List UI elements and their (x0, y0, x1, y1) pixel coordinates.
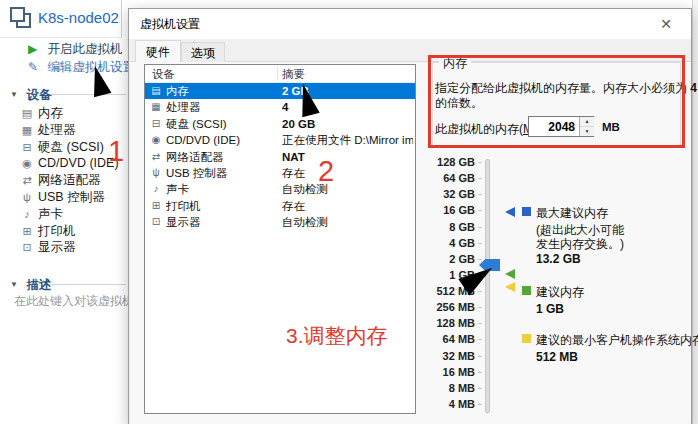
edit-icon: ✎ (28, 60, 44, 74)
table-row[interactable]: ⊡显示器自动检测 (145, 214, 415, 230)
sidebar-device-list: ▤内存▦处理器⊟硬盘 (SCSI)◉CD/DVD (IDE)⇄网络适配器ψUSB… (0, 105, 127, 256)
sidebar-device-label: 声卡 (38, 206, 63, 223)
vmware-workstation-window: K8s-node02 ▶ 开启此虚拟机 ✎ 编辑虚拟机设置 ▼ 设备 ▤内存▦处… (0, 0, 698, 424)
device-summary-cell: 2 GB (282, 83, 413, 99)
sidebar-device-label: CD/DVD (IDE) (38, 155, 119, 172)
memory-scale-label: 8 MB (429, 380, 475, 396)
sidebar-description-header[interactable]: ▼ 描述 (10, 277, 51, 294)
device-name-cell: 声卡 (166, 181, 189, 197)
device-table: 设备 摘要 ▤内存2 GB▦处理器4⊟硬盘 (SCSI)20 GB◉CD/DVD… (144, 64, 416, 414)
processor-icon: ▦ (20, 122, 34, 139)
network-icon: ⇄ (149, 149, 163, 165)
sidebar-device-item[interactable]: ⊞打印机 (0, 223, 127, 240)
memory-scale-label: 16 MB (429, 364, 475, 380)
minimum-memory-legend-swatch (522, 334, 531, 343)
dialog-titlebar[interactable]: 虚拟机设置 ✕ (129, 9, 691, 39)
device-summary-cell: 4 (282, 99, 413, 115)
tab-options[interactable]: 选项 (181, 42, 225, 62)
memory-unit-label: MB (602, 121, 620, 133)
sidebar-devices-header[interactable]: ▼ 设备 (10, 87, 51, 104)
memory-icon: ▤ (149, 83, 163, 99)
sidebar-device-label: 内存 (38, 105, 63, 122)
dialog-title: 虚拟机设置 (140, 16, 200, 33)
sidebar-device-label: 硬盘 (SCSI) (38, 139, 104, 156)
table-row[interactable]: ◉CD/DVD (IDE)正在使用文件 D:\Mirror image\... (145, 132, 415, 148)
max-memory-legend-title: 最大建议内存 (536, 205, 608, 222)
minimum-memory-legend-title: 建议的最小客户机操作系统内存 (536, 332, 698, 349)
printer-icon: ⊞ (149, 198, 163, 214)
device-table-header: 设备 摘要 (145, 65, 415, 83)
memory-scale-label: 1 GB (429, 267, 475, 283)
memory-icon: ▤ (20, 105, 34, 122)
spin-down-button[interactable]: ▼ (580, 127, 594, 137)
device-summary-cell: NAT (282, 149, 413, 165)
display-icon: ⊡ (149, 214, 163, 230)
spin-up-button[interactable]: ▲ (580, 117, 594, 127)
sidebar-device-item[interactable]: ⇄网络适配器 (0, 172, 127, 189)
memory-scale-label: 32 GB (429, 186, 475, 202)
memory-scale-label: 512 MB (429, 283, 475, 299)
sidebar-device-item[interactable]: ▤内存 (0, 105, 127, 122)
table-row[interactable]: ψUSB 控制器存在 (145, 165, 415, 181)
table-row[interactable]: ▤内存2 GB (145, 83, 415, 99)
virtual-machine-icon (10, 7, 34, 31)
sidebar-device-item[interactable]: ▦处理器 (0, 122, 127, 139)
play-icon: ▶ (28, 42, 44, 56)
memory-group-title: 内存 (439, 55, 471, 72)
minimum-memory-legend-value: 512 MB (536, 350, 578, 364)
table-row[interactable]: ▦处理器4 (145, 99, 415, 115)
recommended-memory-legend-title: 建议内存 (536, 284, 584, 301)
sidebar-device-item[interactable]: ⊟硬盘 (SCSI) (0, 139, 127, 156)
device-summary-cell: 存在 (282, 198, 413, 214)
spinner-buttons: ▲ ▼ (579, 117, 593, 136)
divider (50, 284, 126, 285)
close-icon[interactable]: ✕ (653, 12, 679, 36)
table-row[interactable]: ♪声卡自动检测 (145, 181, 415, 197)
memory-value-input[interactable] (529, 117, 578, 136)
device-name-cell: 打印机 (166, 198, 201, 214)
device-table-rows: ▤内存2 GB▦处理器4⊟硬盘 (SCSI)20 GB◉CD/DVD (IDE)… (145, 83, 415, 231)
power-on-label: 开启此虚拟机 (47, 42, 122, 56)
display-icon: ⊡ (20, 239, 34, 256)
tab-hardware[interactable]: 硬件 (135, 40, 181, 62)
table-row[interactable]: ⊟硬盘 (SCSI)20 GB (145, 116, 415, 132)
power-on-vm-button[interactable]: ▶ 开启此虚拟机 (28, 41, 122, 58)
disk-icon: ⊟ (20, 139, 34, 156)
recommended-memory-legend-value: 1 GB (536, 302, 564, 316)
sound-icon: ♪ (149, 181, 163, 197)
max-memory-legend-value: 13.2 GB (536, 252, 581, 266)
memory-scale-labels: 128 GB64 GB32 GB16 GB8 GB4 GB2 GB1 GB512… (429, 154, 475, 412)
memory-description-line2: 的倍数。 (435, 95, 681, 112)
memory-scale-label: 8 GB (429, 219, 475, 235)
memory-scale-label: 64 GB (429, 170, 475, 186)
device-name-cell: 内存 (166, 83, 189, 99)
memory-slider-track[interactable] (485, 159, 490, 413)
device-summary-cell: 20 GB (282, 116, 413, 132)
vm-tab-title: K8s-node02 (38, 9, 119, 26)
memory-scale-label: 128 GB (429, 154, 475, 170)
sidebar-device-label: 显示器 (38, 239, 76, 256)
cd-icon: ◉ (20, 155, 34, 172)
sound-icon: ♪ (20, 206, 34, 223)
memory-scale-label: 128 MB (429, 315, 475, 331)
sidebar-device-item[interactable]: ⊡显示器 (0, 239, 127, 256)
sidebar-device-item[interactable]: ψUSB 控制器 (0, 189, 127, 206)
description-placeholder-text[interactable]: 在此处键入对该虚拟机的 (14, 293, 128, 310)
memory-scale-label: 4 MB (429, 396, 475, 412)
memory-scale-label: 4 GB (429, 235, 475, 251)
sidebar-device-item[interactable]: ♪声卡 (0, 206, 127, 223)
device-name-cell: 显示器 (166, 214, 201, 230)
vm-settings-dialog: 虚拟机设置 ✕ 硬件 选项 设备 摘要 ▤内存2 GB▦处理器4⊟硬盘 (SCS… (128, 8, 692, 424)
cd-icon: ◉ (149, 132, 163, 148)
table-row[interactable]: ⇄网络适配器NAT (145, 149, 415, 165)
sidebar-device-label: 打印机 (38, 223, 76, 240)
device-name-cell: 网络适配器 (166, 149, 224, 165)
column-header-device: 设备 (152, 67, 175, 82)
edit-vm-settings-button[interactable]: ✎ 编辑虚拟机设置 (28, 59, 135, 76)
usb-icon: ψ (149, 165, 163, 181)
vm-tab-k8s-node02[interactable]: K8s-node02 (0, 0, 122, 38)
device-name-cell: USB 控制器 (166, 165, 227, 181)
sidebar-device-item[interactable]: ◉CD/DVD (IDE) (0, 155, 127, 172)
table-row[interactable]: ⊞打印机存在 (145, 198, 415, 214)
edit-settings-label: 编辑虚拟机设置 (47, 60, 135, 74)
